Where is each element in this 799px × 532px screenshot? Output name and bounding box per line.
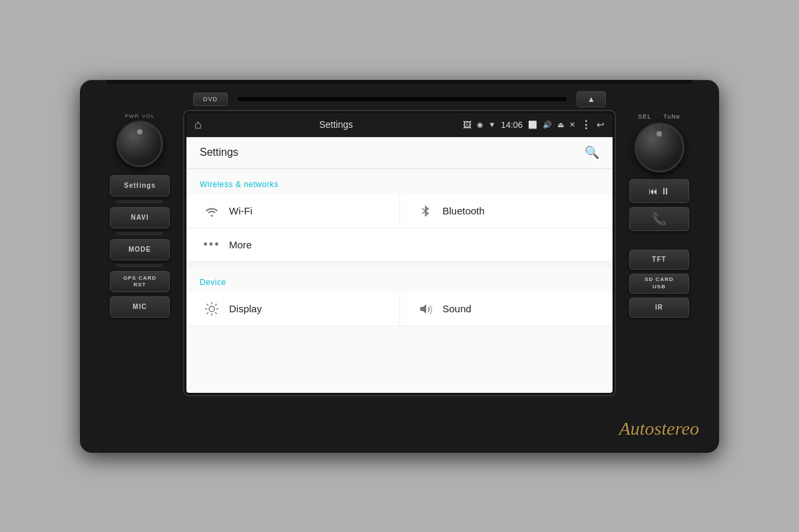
settings-header-bar: Settings 🔍 (186, 137, 613, 169)
more-label: More (229, 239, 599, 250)
settings-search-icon[interactable]: 🔍 (585, 145, 599, 160)
status-bar-title: Settings (210, 119, 463, 130)
sound-item[interactable]: Sound (400, 292, 613, 326)
bluetooth-label: Bluetooth (443, 205, 600, 216)
sel-label: SEL (638, 113, 651, 120)
status-icons: 🖼 ◉ ▼ 14:06 ⬜ 🔊 ⏏ ✕ ⋮ ↩ (463, 119, 605, 131)
svg-marker-9 (420, 304, 426, 314)
camera-status-icon: ⬜ (528, 121, 537, 129)
bluetooth-icon (413, 204, 437, 218)
right-knob-area: SEL TuNe (635, 113, 684, 172)
photo-icon: 🖼 (463, 120, 471, 130)
phone-button[interactable]: 📞 (629, 207, 689, 231)
more-item[interactable]: ••• More (186, 228, 613, 262)
gps-button[interactable]: GPS CARDRST (110, 271, 170, 292)
sound-icon (413, 302, 437, 316)
mode-slider (117, 264, 163, 267)
eject-status-icon: ⏏ (557, 121, 564, 129)
mic-button[interactable]: MIC (110, 296, 170, 318)
status-time: 14:06 (501, 120, 523, 130)
more-icon: ••• (200, 238, 224, 252)
more-status-icon[interactable]: ⋮ (581, 119, 591, 131)
sound-label: Sound (443, 303, 600, 314)
section-divider (186, 262, 613, 267)
back-status-icon[interactable]: ↩ (597, 119, 605, 130)
device-section-header: Device (186, 267, 613, 292)
settings-page-title: Settings (200, 146, 238, 158)
watermark: Autostereo (619, 418, 699, 439)
dvd-slot-area: DVD ▲ (186, 87, 613, 112)
tft-button[interactable]: TFT (629, 250, 689, 270)
dvd-button[interactable]: DVD (193, 93, 228, 106)
settings-content: Settings 🔍 Wireless & networks (186, 137, 613, 393)
eject-button[interactable]: ▲ (577, 91, 606, 107)
right-buttons: ⏮ ⏸ 📞 TFT SD CARDUSB IR (613, 179, 706, 318)
right-knob[interactable] (635, 123, 684, 172)
display-icon (200, 302, 224, 316)
band-slider (117, 200, 163, 203)
dvd-slot (238, 97, 567, 101)
svg-line-8 (207, 312, 208, 314)
navi-slider (117, 232, 163, 235)
location-icon: ◉ (477, 121, 483, 129)
wifi-item[interactable]: Wi-Fi (186, 194, 400, 228)
stereo-unit: PWR VOL Settings NAVI MODE GPS CARDRST M… (80, 80, 719, 453)
svg-line-7 (215, 304, 216, 305)
bluetooth-item[interactable]: Bluetooth (400, 194, 613, 228)
pwr-label: PWR (125, 113, 140, 119)
navi-button[interactable]: NAVI (110, 207, 170, 228)
center-area: DVD ▲ ⌂ Settings 🖼 ◉ ▼ 14:06 ⬜ 🔊 ⏏ ✕ ⋮ (186, 113, 613, 419)
band-button[interactable]: Settings (110, 175, 170, 196)
wifi-status-icon: ▼ (489, 121, 496, 129)
display-item[interactable]: Display (186, 292, 400, 326)
volume-status-icon: 🔊 (543, 121, 552, 129)
wireless-section-header: Wireless & networks (186, 169, 613, 194)
svg-line-6 (215, 312, 216, 314)
display-label: Display (229, 303, 386, 314)
wifi-icon (200, 205, 224, 217)
left-knob[interactable] (117, 121, 163, 167)
tune-label: TuNe (663, 113, 680, 120)
sd-usb-button[interactable]: SD CARDUSB (629, 274, 689, 294)
wifi-bluetooth-row: Wi-Fi Bluetooth (186, 194, 613, 228)
sel-tune-labels: SEL TuNe (638, 113, 680, 120)
wifi-label: Wi-Fi (229, 205, 386, 216)
vol-label: VOL (142, 113, 154, 119)
x-status-icon: ✕ (569, 121, 575, 129)
ir-button[interactable]: IR (629, 298, 689, 318)
mode-button[interactable]: MODE (110, 239, 170, 260)
display-sound-row: Display Sound (186, 292, 613, 326)
svg-point-0 (209, 306, 214, 312)
right-panel: SEL TuNe ⏮ ⏸ 📞 TFT SD CARDUSB IR (613, 113, 706, 419)
status-bar: ⌂ Settings 🖼 ◉ ▼ 14:06 ⬜ 🔊 ⏏ ✕ ⋮ ↩ (186, 113, 613, 137)
screen: ⌂ Settings 🖼 ◉ ▼ 14:06 ⬜ 🔊 ⏏ ✕ ⋮ ↩ (186, 113, 613, 393)
left-buttons: Settings NAVI MODE GPS CARDRST MIC (93, 175, 186, 318)
home-icon[interactable]: ⌂ (194, 118, 202, 132)
svg-line-5 (207, 304, 208, 305)
play-pause-button[interactable]: ⏮ ⏸ (629, 179, 689, 203)
left-panel: PWR VOL Settings NAVI MODE GPS CARDRST M… (93, 113, 186, 419)
